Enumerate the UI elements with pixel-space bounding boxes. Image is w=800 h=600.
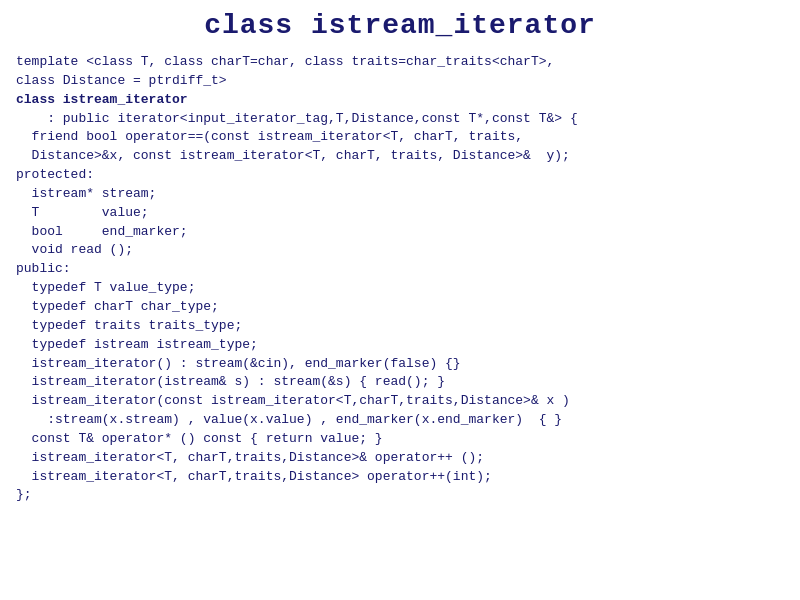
code-line: protected: bbox=[16, 167, 94, 182]
code-line: typedef traits traits_type; bbox=[16, 318, 242, 333]
code-line: void read (); bbox=[16, 242, 133, 257]
page-title: class istream_iterator bbox=[16, 10, 784, 41]
code-line: istream_iterator(istream& s) : stream(&s… bbox=[16, 374, 445, 389]
code-line: istream_iterator() : stream(&cin), end_m… bbox=[16, 356, 461, 371]
code-line: istream_iterator<T, charT,traits,Distanc… bbox=[16, 469, 492, 484]
code-line: typedef T value_type; bbox=[16, 280, 195, 295]
code-line: T value; bbox=[16, 205, 149, 220]
code-line: friend bool operator==(const istream_ite… bbox=[16, 129, 523, 144]
code-line: bool end_marker; bbox=[16, 224, 188, 239]
code-line: typedef istream istream_type; bbox=[16, 337, 258, 352]
code-block: template <class T, class charT=char, cla… bbox=[16, 53, 784, 505]
code-line: public: bbox=[16, 261, 71, 276]
code-line: :stream(x.stream) , value(x.value) , end… bbox=[16, 412, 562, 427]
code-line: : public iterator<input_iterator_tag,T,D… bbox=[16, 111, 578, 126]
code-line: const T& operator* () const { return val… bbox=[16, 431, 383, 446]
code-line: istream_iterator<T, charT,traits,Distanc… bbox=[16, 450, 484, 465]
code-line: class Distance = ptrdiff_t> bbox=[16, 73, 227, 88]
code-line: class istream_iterator bbox=[16, 92, 188, 107]
code-line: }; bbox=[16, 487, 32, 502]
page-container: class istream_iterator template <class T… bbox=[0, 0, 800, 600]
code-line: istream* stream; bbox=[16, 186, 156, 201]
code-line: typedef charT char_type; bbox=[16, 299, 219, 314]
code-line: istream_iterator(const istream_iterator<… bbox=[16, 393, 570, 408]
code-line: Distance>&x, const istream_iterator<T, c… bbox=[16, 148, 570, 163]
code-line: template <class T, class charT=char, cla… bbox=[16, 54, 554, 69]
